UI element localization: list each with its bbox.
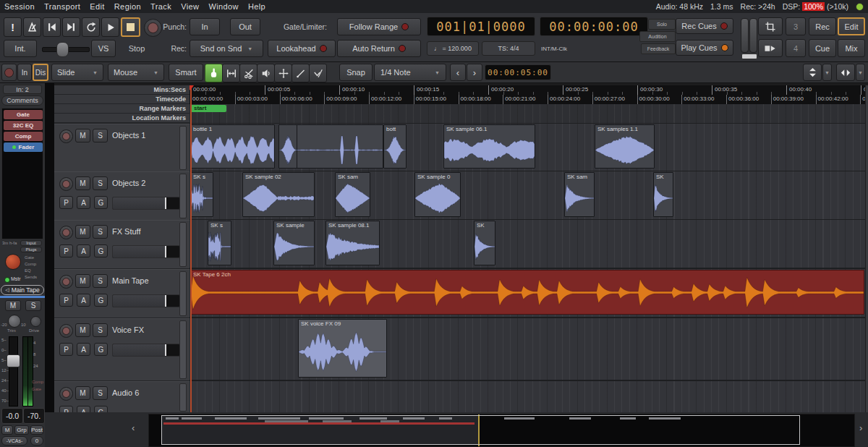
- audio-region[interactable]: SK sample 02: [242, 172, 315, 217]
- range-marker-start[interactable]: start: [190, 105, 226, 112]
- track-mute-button[interactable]: M: [75, 386, 90, 400]
- lookahead-button[interactable]: Lookahead: [268, 40, 336, 57]
- input-count-button[interactable]: In: 2: [3, 85, 42, 94]
- track-automation-button[interactable]: A: [77, 343, 90, 356]
- track-mute-button[interactable]: M: [75, 274, 90, 288]
- track-rec-button[interactable]: [59, 324, 73, 338]
- processor-fader[interactable]: Fader: [4, 142, 43, 152]
- metronome-button[interactable]: [23, 17, 41, 37]
- track-group-button[interactable]: G: [94, 294, 108, 307]
- track-group-button[interactable]: G: [94, 343, 108, 356]
- stop-button[interactable]: [121, 17, 140, 37]
- menu-view[interactable]: View: [181, 2, 199, 11]
- track-name[interactable]: Main Tape: [112, 276, 149, 285]
- track-solo-button[interactable]: S: [93, 386, 108, 400]
- zoom-horizontal-button[interactable]: [836, 64, 855, 81]
- follow-range-button[interactable]: Follow Range: [337, 18, 421, 35]
- summary-scroll-right-icon[interactable]: ›: [859, 422, 862, 433]
- crop-region-button[interactable]: [758, 17, 783, 35]
- edit-mode-dropdown[interactable]: Slide▼: [51, 64, 103, 81]
- secondary-clock[interactable]: 00:00:00:00: [540, 17, 648, 36]
- audio-region[interactable]: SK s: [208, 221, 231, 265]
- monitor-window-button[interactable]: [758, 39, 783, 57]
- processor-32c-eq[interactable]: 32C EQ: [4, 121, 43, 130]
- monitor-knob[interactable]: [5, 254, 21, 270]
- midi-panic-button[interactable]: !: [4, 17, 22, 37]
- track-automation-button[interactable]: A: [77, 294, 90, 307]
- rec-mode-dropdown[interactable]: Snd on Snd▼: [190, 40, 263, 57]
- trim-knob[interactable]: [8, 315, 21, 328]
- track-playlist-button[interactable]: P: [59, 294, 73, 307]
- audio-region[interactable]: [278, 124, 298, 169]
- play-button[interactable]: [101, 17, 119, 37]
- rec-page-button[interactable]: Rec: [809, 17, 836, 35]
- summary-view-rectangle[interactable]: [161, 415, 800, 445]
- track-name[interactable]: Objects 2: [112, 179, 145, 187]
- mix-page-button[interactable]: Mix: [838, 39, 865, 57]
- track-resize-handle[interactable]: [179, 222, 187, 267]
- track-solo-button[interactable]: S: [93, 225, 108, 239]
- nudge-clock[interactable]: 00:00:05:00: [485, 64, 551, 80]
- tempo-button[interactable]: ♩ = 120.000: [427, 41, 479, 56]
- track-header-audio-6[interactable]: M S Audio 6 P A G: [54, 381, 190, 412]
- peak-display[interactable]: -70.: [23, 408, 45, 424]
- editor-summary[interactable]: ‹ ›: [45, 412, 868, 447]
- track-rec-button[interactable]: [59, 177, 73, 191]
- track-header-objects-1[interactable]: M S Objects 1: [54, 124, 190, 172]
- track-rec-button[interactable]: [59, 387, 73, 401]
- track-resize-handle[interactable]: [179, 126, 187, 170]
- global-rec-enable-button[interactable]: [1, 64, 17, 81]
- menu-edit[interactable]: Edit: [90, 2, 105, 11]
- track-lane-objects-2[interactable]: SK s SK sample 02 SK sam SK sample 0 SK …: [190, 171, 865, 221]
- track-gain-slider[interactable]: [112, 245, 180, 258]
- ruler-minsecs[interactable]: 00:00:0000:00:0500:00:1000:00:1500:00:20…: [190, 85, 865, 95]
- track-header-fx-stuff[interactable]: M S FX Stuff P A G: [54, 220, 190, 269]
- sync-source-button[interactable]: Int.: [4, 40, 37, 57]
- monitor-disk-button[interactable]: Dis: [33, 64, 48, 81]
- track-name[interactable]: Objects 1: [112, 131, 145, 140]
- track-name[interactable]: Voice FX: [112, 325, 144, 334]
- audio-region[interactable]: SK voice FX 09: [298, 319, 387, 378]
- monitor-input-button[interactable]: In: [17, 64, 32, 81]
- track-playlist-button[interactable]: P: [59, 343, 73, 356]
- track-lane-audio-6[interactable]: [190, 381, 865, 412]
- strip-mute-button[interactable]: M: [5, 300, 21, 311]
- edit-page-button[interactable]: Edit: [838, 17, 865, 35]
- menu-track[interactable]: Track: [150, 2, 171, 11]
- audio-region[interactable]: [297, 124, 383, 169]
- audio-region[interactable]: SK sam: [564, 172, 595, 217]
- track-mute-button[interactable]: M: [75, 176, 90, 190]
- gain-fader-handle[interactable]: [7, 354, 20, 367]
- track-gain-slider[interactable]: [112, 344, 180, 357]
- track-mute-button[interactable]: M: [75, 323, 90, 337]
- track-header-objects-2[interactable]: M S Objects 2 P A G: [54, 171, 190, 221]
- auto-return-button[interactable]: Auto Return: [337, 40, 421, 57]
- track-playlist-button[interactable]: P: [59, 406, 73, 412]
- strip-zero-button[interactable]: 0: [30, 436, 43, 446]
- track-header-voice-fx[interactable]: M S Voice FX P A G: [54, 318, 190, 381]
- grid-unit-dropdown[interactable]: 1/4 Note▼: [374, 64, 446, 81]
- processor-comp[interactable]: Comp: [4, 132, 43, 141]
- track-group-button[interactable]: G: [94, 406, 108, 412]
- track-count-3-button[interactable]: 3: [786, 17, 806, 35]
- solo-indicator[interactable]: Solo: [648, 19, 676, 30]
- vertical-scrollbar[interactable]: [865, 85, 868, 412]
- edit-internal-tool-button[interactable]: [309, 64, 327, 82]
- audio-region[interactable]: SK sample: [273, 221, 315, 265]
- zoom-vertical-button[interactable]: [803, 64, 822, 81]
- track-automation-button[interactable]: A: [77, 406, 90, 412]
- audio-region[interactable]: bott: [383, 124, 407, 169]
- track-group-button[interactable]: G: [94, 244, 108, 257]
- menu-help[interactable]: Help: [248, 2, 265, 11]
- varispeed-button[interactable]: VS: [91, 40, 116, 57]
- monitor-fader-2[interactable]: [749, 18, 757, 53]
- playhead-marker-icon[interactable]: [190, 85, 194, 90]
- track-lane-fx-stuff[interactable]: SK s SK sample SK sample 08.1 SK: [190, 220, 865, 269]
- cue-page-button[interactable]: Cue: [809, 39, 836, 57]
- strip-group-button[interactable]: Grp: [14, 425, 29, 435]
- track-playlist-button[interactable]: P: [59, 244, 73, 257]
- audio-region[interactable]: SK: [474, 221, 495, 265]
- menu-transport[interactable]: Transport: [44, 2, 80, 11]
- track-header-main-tape[interactable]: M S Main Tape P A G: [54, 269, 190, 318]
- input-mini-button[interactable]: Input: [20, 240, 42, 246]
